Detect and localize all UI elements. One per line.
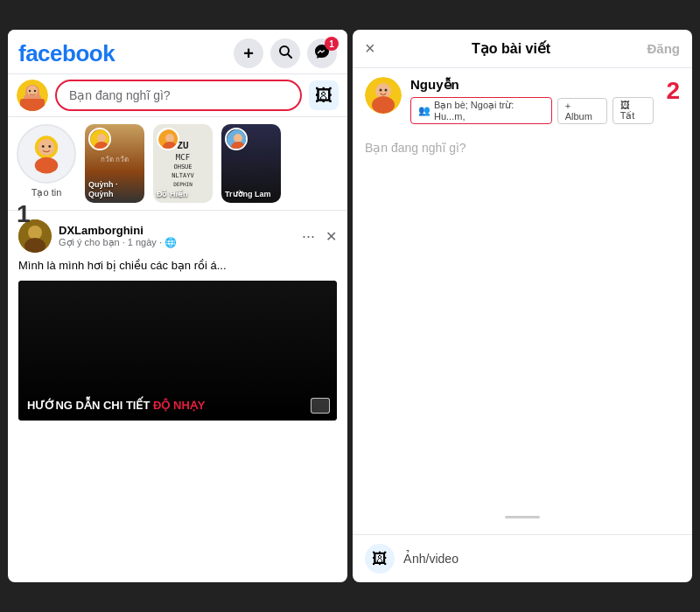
svg-point-29 bbox=[380, 89, 382, 92]
scroll-indicator bbox=[353, 516, 692, 534]
svg-point-16 bbox=[97, 134, 106, 143]
number-badge-2: 2 bbox=[666, 77, 680, 105]
story-avatar-overlay-3 bbox=[225, 128, 248, 150]
modal-title: Tạo bài viết bbox=[472, 40, 550, 57]
close-modal-button[interactable]: × bbox=[365, 38, 375, 59]
svg-rect-8 bbox=[20, 99, 45, 111]
stories-row: Tạo tin กว้ด กว้ด Quỳnh · Q bbox=[8, 117, 347, 210]
messenger-badge: 1 bbox=[325, 37, 339, 51]
post-video-thumb[interactable]: HƯỚNG DẪN CHI TIẾT ĐỘ NHẠY bbox=[18, 281, 337, 421]
fb-header: facebook + bbox=[8, 30, 347, 73]
svg-point-31 bbox=[372, 96, 395, 114]
photo-video-icon: 🖼 bbox=[365, 544, 395, 574]
more-options-button[interactable]: ··· bbox=[297, 226, 320, 247]
number-badge-1: 1 bbox=[17, 200, 31, 228]
story-name-1: Quỳnh · Quỳnh bbox=[88, 180, 144, 199]
pip-icon bbox=[311, 398, 330, 414]
album-button[interactable]: + Album bbox=[557, 98, 607, 124]
svg-point-12 bbox=[42, 145, 45, 148]
photo-input-button[interactable]: 🖼 bbox=[309, 80, 339, 110]
friends-icon: 👥 bbox=[418, 105, 430, 116]
right-user-avatar bbox=[365, 77, 402, 114]
facebook-logo: facebook bbox=[18, 40, 115, 67]
search-button[interactable] bbox=[270, 38, 300, 68]
post-username: DXLamborghini bbox=[59, 224, 177, 237]
story-name-2: Đỗ Hiến bbox=[157, 190, 188, 199]
messenger-button[interactable]: 1 bbox=[307, 38, 337, 68]
app-wrapper: facebook + bbox=[4, 26, 696, 586]
svg-point-13 bbox=[48, 145, 51, 148]
svg-point-30 bbox=[385, 89, 388, 92]
story-item-3[interactable]: Trường Lam bbox=[221, 124, 281, 203]
right-username: Nguyễn bbox=[410, 77, 654, 93]
story-thumb-1: กว้ด กว้ด Quỳnh · Quỳnh bbox=[85, 124, 144, 203]
photo-icon-right: 🖼 bbox=[372, 550, 388, 568]
create-story-label: Tạo tin bbox=[32, 187, 62, 198]
plus-icon: + bbox=[243, 44, 254, 64]
post-text: Mình là mình hơi bị chiều các bạn rồi á.… bbox=[18, 258, 337, 274]
post-actions: ··· ✕ bbox=[297, 226, 337, 247]
video-text-white: HƯỚNG DẪN CHI TIẾT bbox=[27, 399, 153, 412]
story-avatar-overlay-2 bbox=[157, 128, 179, 150]
search-icon bbox=[278, 45, 292, 62]
video-text-overlay: HƯỚNG DẪN CHI TIẾT ĐỘ NHẠY bbox=[18, 390, 214, 421]
scroll-divider bbox=[505, 516, 540, 518]
feed-post: DXLamborghini Gợi ý cho bạn · 1 ngày · 🌐… bbox=[8, 210, 347, 421]
story-item-create[interactable]: Tạo tin bbox=[17, 124, 76, 198]
right-footer[interactable]: 🖼 Ảnh/video bbox=[353, 534, 692, 582]
svg-point-5 bbox=[27, 86, 38, 96]
right-post-input-area[interactable]: Bạn đang nghĩ gì? bbox=[353, 133, 692, 516]
user-avatar-left bbox=[17, 80, 48, 111]
story-avatar-overlay-1 bbox=[88, 128, 111, 150]
post-user-text: DXLamborghini Gợi ý cho bạn · 1 ngày · 🌐 bbox=[59, 224, 177, 248]
post-button[interactable]: Đăng bbox=[647, 41, 680, 56]
story-name-3: Trường Lam bbox=[225, 190, 271, 199]
video-text-red: ĐỘ NHẠY bbox=[153, 399, 205, 412]
story-thumb-3: Trường Lam bbox=[221, 124, 281, 203]
header-icons: + bbox=[234, 38, 337, 68]
svg-point-11 bbox=[38, 139, 55, 156]
story-item-2[interactable]: ZU MCF OHSUE NLTAYV DEPHIN bbox=[153, 124, 213, 203]
post-input-area: Bạn đang nghĩ gì? 🖼 bbox=[8, 73, 347, 117]
plus-button[interactable]: + bbox=[234, 38, 263, 68]
left-panel: facebook + bbox=[8, 30, 347, 582]
svg-point-19 bbox=[165, 134, 174, 143]
post-user-info: DXLamborghini Gợi ý cho bạn · 1 ngày · 🌐 bbox=[18, 219, 177, 253]
close-post-button[interactable]: ✕ bbox=[326, 228, 337, 245]
photo-icon: 🖼 bbox=[315, 86, 332, 106]
post-meta: Gợi ý cho bạn · 1 ngày · 🌐 bbox=[59, 237, 177, 248]
svg-point-7 bbox=[34, 90, 36, 92]
svg-point-6 bbox=[29, 90, 31, 92]
svg-line-1 bbox=[288, 54, 291, 58]
create-story-avatar bbox=[17, 124, 76, 184]
svg-point-14 bbox=[35, 157, 58, 174]
post-input-box[interactable]: Bạn đang nghĩ gì? bbox=[55, 80, 302, 111]
right-post-placeholder: Bạn đang nghĩ gì? bbox=[365, 141, 466, 155]
photo-video-label: Ảnh/video bbox=[403, 552, 458, 566]
story-item-1[interactable]: กว้ด กว้ด Quỳnh · Quỳnh bbox=[85, 124, 144, 203]
privacy-row: 👥 Bạn bè; Ngoại trừ: Hu...m, + Album 🖼 T… bbox=[410, 97, 654, 124]
privacy-box[interactable]: 👥 Bạn bè; Ngoại trừ: Hu...m, bbox=[410, 97, 552, 124]
right-header: × Tạo bài viết Đăng bbox=[353, 30, 692, 68]
post-header: DXLamborghini Gợi ý cho bạn · 1 ngày · 🌐… bbox=[18, 219, 337, 253]
right-user-info: Nguyễn 👥 Bạn bè; Ngoại trừ: Hu...m, + Al… bbox=[410, 77, 654, 124]
right-user-row: Nguyễn 👥 Bạn bè; Ngoại trừ: Hu...m, + Al… bbox=[353, 68, 692, 133]
right-panel: × Tạo bài viết Đăng Nguyễn 👥 bbox=[353, 30, 692, 582]
tat-button[interactable]: 🖼 Tất bbox=[612, 97, 654, 124]
privacy-text: Bạn bè; Ngoại trừ: Hu...m, bbox=[434, 100, 544, 122]
svg-point-22 bbox=[234, 134, 242, 143]
story-thumb-2: ZU MCF OHSUE NLTAYV DEPHIN bbox=[153, 124, 213, 203]
